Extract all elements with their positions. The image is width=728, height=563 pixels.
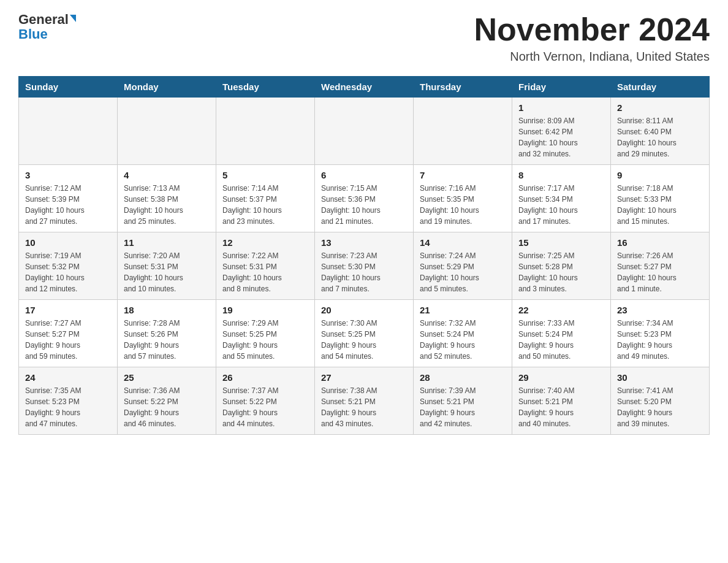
sun-info: Sunrise: 7:13 AM Sunset: 5:38 PM Dayligh… bbox=[124, 183, 210, 227]
day-number: 14 bbox=[420, 237, 506, 248]
logo-arrow-icon bbox=[70, 15, 76, 22]
column-header-friday: Friday bbox=[512, 77, 611, 98]
calendar-cell: 2Sunrise: 8:11 AM Sunset: 6:40 PM Daylig… bbox=[611, 98, 710, 165]
column-header-saturday: Saturday bbox=[611, 77, 710, 98]
logo-blue-text: Blue bbox=[18, 27, 48, 42]
calendar-cell: 1Sunrise: 8:09 AM Sunset: 6:42 PM Daylig… bbox=[512, 98, 611, 165]
day-number: 1 bbox=[518, 102, 604, 113]
calendar-week-row: 24Sunrise: 7:35 AM Sunset: 5:23 PM Dayli… bbox=[19, 367, 710, 435]
day-number: 30 bbox=[617, 372, 703, 383]
day-number: 12 bbox=[222, 237, 308, 248]
sun-info: Sunrise: 7:18 AM Sunset: 5:33 PM Dayligh… bbox=[617, 183, 703, 227]
calendar-cell: 10Sunrise: 7:19 AM Sunset: 5:32 PM Dayli… bbox=[19, 232, 118, 300]
calendar-cell: 15Sunrise: 7:25 AM Sunset: 5:28 PM Dayli… bbox=[512, 232, 611, 300]
day-number: 5 bbox=[222, 170, 308, 180]
title-block: November 2024 North Vernon, Indiana, Uni… bbox=[474, 12, 710, 64]
column-header-sunday: Sunday bbox=[19, 77, 118, 98]
calendar-cell: 27Sunrise: 7:38 AM Sunset: 5:21 PM Dayli… bbox=[315, 367, 414, 435]
calendar-cell: 22Sunrise: 7:33 AM Sunset: 5:24 PM Dayli… bbox=[512, 300, 611, 367]
day-number: 11 bbox=[124, 237, 210, 248]
calendar-cell: 3Sunrise: 7:12 AM Sunset: 5:39 PM Daylig… bbox=[19, 165, 118, 232]
sun-info: Sunrise: 7:28 AM Sunset: 5:26 PM Dayligh… bbox=[124, 318, 210, 362]
sun-info: Sunrise: 7:29 AM Sunset: 5:25 PM Dayligh… bbox=[222, 318, 308, 362]
sun-info: Sunrise: 7:27 AM Sunset: 5:27 PM Dayligh… bbox=[25, 318, 111, 362]
day-number: 4 bbox=[124, 170, 210, 180]
calendar-cell: 28Sunrise: 7:39 AM Sunset: 5:21 PM Dayli… bbox=[414, 367, 512, 435]
calendar-cell: 21Sunrise: 7:32 AM Sunset: 5:24 PM Dayli… bbox=[414, 300, 512, 367]
calendar-cell: 26Sunrise: 7:37 AM Sunset: 5:22 PM Dayli… bbox=[216, 367, 315, 435]
day-number: 23 bbox=[617, 305, 703, 315]
calendar-cell: 18Sunrise: 7:28 AM Sunset: 5:26 PM Dayli… bbox=[118, 300, 216, 367]
calendar-week-row: 17Sunrise: 7:27 AM Sunset: 5:27 PM Dayli… bbox=[19, 300, 710, 367]
day-number: 18 bbox=[124, 305, 210, 315]
sun-info: Sunrise: 7:15 AM Sunset: 5:36 PM Dayligh… bbox=[321, 183, 407, 227]
day-number: 19 bbox=[222, 305, 308, 315]
calendar-cell: 13Sunrise: 7:23 AM Sunset: 5:30 PM Dayli… bbox=[315, 232, 414, 300]
calendar-week-row: 3Sunrise: 7:12 AM Sunset: 5:39 PM Daylig… bbox=[19, 165, 710, 232]
day-number: 7 bbox=[420, 170, 506, 180]
day-number: 15 bbox=[518, 237, 604, 248]
sun-info: Sunrise: 7:30 AM Sunset: 5:25 PM Dayligh… bbox=[321, 318, 407, 362]
calendar-cell bbox=[414, 98, 512, 165]
sun-info: Sunrise: 7:22 AM Sunset: 5:31 PM Dayligh… bbox=[222, 250, 308, 294]
day-number: 17 bbox=[25, 305, 111, 315]
sun-info: Sunrise: 7:34 AM Sunset: 5:23 PM Dayligh… bbox=[617, 318, 703, 362]
calendar-cell: 24Sunrise: 7:35 AM Sunset: 5:23 PM Dayli… bbox=[19, 367, 118, 435]
sun-info: Sunrise: 7:40 AM Sunset: 5:21 PM Dayligh… bbox=[518, 385, 604, 429]
column-header-monday: Monday bbox=[118, 77, 216, 98]
sun-info: Sunrise: 7:41 AM Sunset: 5:20 PM Dayligh… bbox=[617, 385, 703, 429]
day-number: 24 bbox=[25, 372, 111, 383]
calendar-cell: 19Sunrise: 7:29 AM Sunset: 5:25 PM Dayli… bbox=[216, 300, 315, 367]
location-text: North Vernon, Indiana, United States bbox=[474, 50, 710, 64]
day-number: 21 bbox=[420, 305, 506, 315]
calendar-table: SundayMondayTuesdayWednesdayThursdayFrid… bbox=[18, 76, 710, 435]
calendar-cell: 5Sunrise: 7:14 AM Sunset: 5:37 PM Daylig… bbox=[216, 165, 315, 232]
calendar-cell: 20Sunrise: 7:30 AM Sunset: 5:25 PM Dayli… bbox=[315, 300, 414, 367]
day-number: 6 bbox=[321, 170, 407, 180]
calendar-cell: 8Sunrise: 7:17 AM Sunset: 5:34 PM Daylig… bbox=[512, 165, 611, 232]
day-number: 13 bbox=[321, 237, 407, 248]
logo-general-text: General bbox=[18, 12, 69, 27]
sun-info: Sunrise: 8:09 AM Sunset: 6:42 PM Dayligh… bbox=[518, 115, 604, 159]
calendar-cell: 14Sunrise: 7:24 AM Sunset: 5:29 PM Dayli… bbox=[414, 232, 512, 300]
day-number: 9 bbox=[617, 170, 703, 180]
sun-info: Sunrise: 7:38 AM Sunset: 5:21 PM Dayligh… bbox=[321, 385, 407, 429]
sun-info: Sunrise: 7:26 AM Sunset: 5:27 PM Dayligh… bbox=[617, 250, 703, 294]
sun-info: Sunrise: 8:11 AM Sunset: 6:40 PM Dayligh… bbox=[617, 115, 703, 159]
calendar-cell: 6Sunrise: 7:15 AM Sunset: 5:36 PM Daylig… bbox=[315, 165, 414, 232]
calendar-cell: 12Sunrise: 7:22 AM Sunset: 5:31 PM Dayli… bbox=[216, 232, 315, 300]
column-header-wednesday: Wednesday bbox=[315, 77, 414, 98]
day-number: 26 bbox=[222, 372, 308, 383]
day-number: 28 bbox=[420, 372, 506, 383]
sun-info: Sunrise: 7:16 AM Sunset: 5:35 PM Dayligh… bbox=[420, 183, 506, 227]
day-number: 16 bbox=[617, 237, 703, 248]
sun-info: Sunrise: 7:36 AM Sunset: 5:22 PM Dayligh… bbox=[124, 385, 210, 429]
calendar-cell: 29Sunrise: 7:40 AM Sunset: 5:21 PM Dayli… bbox=[512, 367, 611, 435]
sun-info: Sunrise: 7:24 AM Sunset: 5:29 PM Dayligh… bbox=[420, 250, 506, 294]
day-number: 10 bbox=[25, 237, 111, 248]
sun-info: Sunrise: 7:32 AM Sunset: 5:24 PM Dayligh… bbox=[420, 318, 506, 362]
calendar-cell: 17Sunrise: 7:27 AM Sunset: 5:27 PM Dayli… bbox=[19, 300, 118, 367]
logo: General Blue bbox=[18, 12, 76, 42]
calendar-cell: 9Sunrise: 7:18 AM Sunset: 5:33 PM Daylig… bbox=[611, 165, 710, 232]
calendar-cell: 25Sunrise: 7:36 AM Sunset: 5:22 PM Dayli… bbox=[118, 367, 216, 435]
sun-info: Sunrise: 7:23 AM Sunset: 5:30 PM Dayligh… bbox=[321, 250, 407, 294]
sun-info: Sunrise: 7:33 AM Sunset: 5:24 PM Dayligh… bbox=[518, 318, 604, 362]
calendar-cell: 30Sunrise: 7:41 AM Sunset: 5:20 PM Dayli… bbox=[611, 367, 710, 435]
calendar-cell: 11Sunrise: 7:20 AM Sunset: 5:31 PM Dayli… bbox=[118, 232, 216, 300]
column-header-tuesday: Tuesday bbox=[216, 77, 315, 98]
calendar-cell: 7Sunrise: 7:16 AM Sunset: 5:35 PM Daylig… bbox=[414, 165, 512, 232]
page-header: General Blue November 2024 North Vernon,… bbox=[18, 12, 710, 64]
calendar-cell bbox=[315, 98, 414, 165]
calendar-week-row: 1Sunrise: 8:09 AM Sunset: 6:42 PM Daylig… bbox=[19, 98, 710, 165]
calendar-cell: 4Sunrise: 7:13 AM Sunset: 5:38 PM Daylig… bbox=[118, 165, 216, 232]
sun-info: Sunrise: 7:25 AM Sunset: 5:28 PM Dayligh… bbox=[518, 250, 604, 294]
day-number: 20 bbox=[321, 305, 407, 315]
column-header-thursday: Thursday bbox=[414, 77, 512, 98]
month-title: November 2024 bbox=[474, 12, 710, 47]
calendar-cell: 16Sunrise: 7:26 AM Sunset: 5:27 PM Dayli… bbox=[611, 232, 710, 300]
calendar-cell bbox=[19, 98, 118, 165]
day-number: 3 bbox=[25, 170, 111, 180]
calendar-cell bbox=[118, 98, 216, 165]
sun-info: Sunrise: 7:19 AM Sunset: 5:32 PM Dayligh… bbox=[25, 250, 111, 294]
